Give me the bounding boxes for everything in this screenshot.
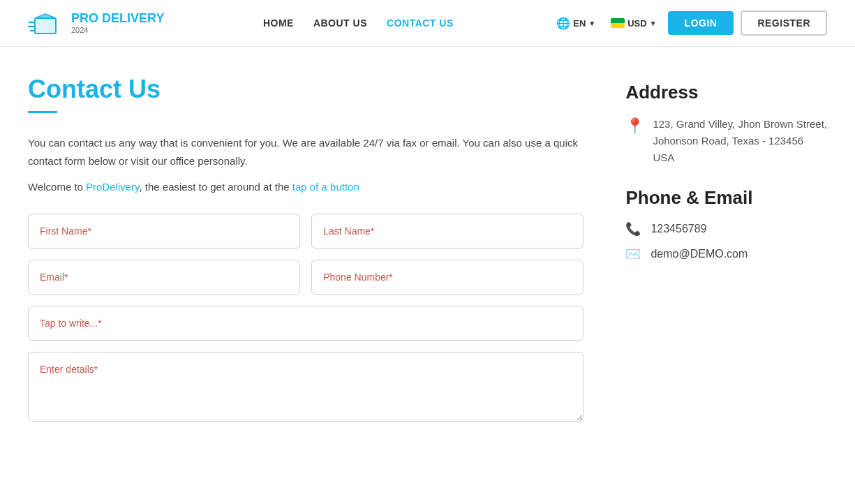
first-name-group [28,214,300,249]
nav-home[interactable]: HOME [263,17,294,29]
login-button[interactable]: LOGIN [668,11,734,35]
last-name-input[interactable] [311,214,583,249]
register-button[interactable]: REGISTER [741,10,827,36]
details-group [28,352,583,424]
currency-chevron-icon: ▼ [650,20,657,27]
address-block: 📍 123, Grand Villey, Jhon Brown Street, … [625,116,827,166]
email-input[interactable] [28,260,300,295]
subject-input[interactable] [28,306,583,341]
contact-block: Phone & Email 📞 123456789 ✉️ demo@DEMO.c… [625,187,827,262]
email-icon: ✉️ [625,246,641,262]
svg-marker-5 [35,14,56,18]
page-title: Contact Us [28,75,583,104]
address-heading: Address [625,82,827,103]
map-pin-icon: 📍 [625,117,644,166]
currency-label: USD [627,18,646,29]
email-item: ✉️ demo@DEMO.com [625,246,827,262]
title-underline [28,111,57,113]
nav-extras: 🌐 EN ▼ USD ▼ LOGIN REGISTER [552,10,827,36]
flag-icon [611,18,625,28]
phone-value: 123456789 [650,223,706,235]
address-line1: 123, Grand Villey, Jhon Brown Street, [653,116,827,133]
svg-rect-0 [35,18,56,34]
phone-item: 📞 123456789 [625,221,827,237]
details-textarea[interactable] [28,352,583,422]
subject-group [28,306,583,341]
email-phone-row [28,260,583,295]
address-text: 123, Grand Villey, Jhon Brown Street, Jo… [653,116,827,166]
welcome-text: Welcome to ProDelivery, the easiest to g… [28,181,583,193]
left-section: Contact Us You can contact us any way th… [28,75,583,436]
logo-pro-text: PRO DELIVERY [71,12,164,26]
phone-group [311,260,583,295]
last-name-group [311,214,583,249]
phone-email-heading: Phone & Email [625,187,827,209]
globe-icon: 🌐 [556,17,570,30]
lang-chevron-icon: ▼ [588,20,595,27]
lang-label: EN [573,18,586,29]
email-value: demo@DEMO.com [650,248,748,260]
main-nav: HOME ABOUT US CONTACT US [263,17,454,29]
nav-contact[interactable]: CONTACT US [387,17,454,29]
intro-text: You can contact us any way that is conve… [28,134,583,170]
name-row [28,214,583,249]
contact-form [28,214,583,424]
logo[interactable]: PRO DELIVERY 2024 [28,8,164,38]
address-line3: USA [653,149,827,166]
nav-about[interactable]: ABOUT US [313,17,367,29]
currency-selector[interactable]: USD ▼ [607,15,660,31]
first-name-input[interactable] [28,214,300,249]
language-selector[interactable]: 🌐 EN ▼ [552,14,600,33]
right-section: Address 📍 123, Grand Villey, Jhon Brown … [625,75,827,436]
phone-icon: 📞 [625,221,641,237]
logo-year: 2024 [71,26,164,34]
phone-input[interactable] [311,260,583,295]
address-line2: Johonson Road, Texas - 123456 [653,133,827,149]
email-group [28,260,300,295]
